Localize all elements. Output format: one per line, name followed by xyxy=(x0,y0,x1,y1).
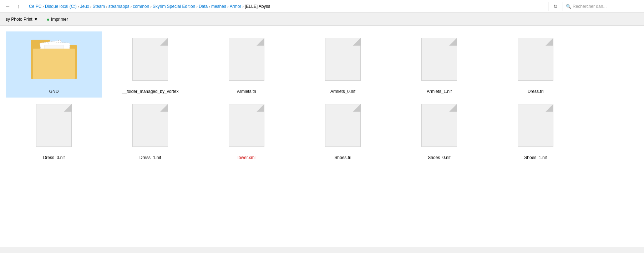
file-label: GND xyxy=(49,89,59,95)
file-icon-wrapper xyxy=(102,98,198,153)
breadcrumb-jeux[interactable]: Jeux xyxy=(80,4,89,9)
sep-5: › xyxy=(130,4,132,9)
dropdown-icon: ▼ xyxy=(34,17,38,22)
print-button[interactable]: ● Imprimer xyxy=(44,15,71,24)
file-item[interactable]: Dress_0.nif xyxy=(6,98,102,164)
file-icon-wrapper xyxy=(102,31,198,87)
file-item[interactable]: GND xyxy=(6,31,102,98)
breadcrumb-steam[interactable]: Steam xyxy=(92,4,105,9)
generic-file-icon xyxy=(421,104,457,147)
breadcrumb-common[interactable]: common xyxy=(133,4,149,9)
sep-8: › xyxy=(209,4,210,9)
sep-3: › xyxy=(90,4,92,9)
breadcrumb-meshes[interactable]: meshes xyxy=(211,4,226,9)
folder-icon xyxy=(31,40,77,79)
generic-file-icon xyxy=(421,38,457,81)
photo-print-label: sy Photo Print xyxy=(6,17,32,22)
file-icon-wrapper xyxy=(391,98,487,153)
generic-file-icon xyxy=(518,38,553,81)
breadcrumb-current: [ELLE] Abyss xyxy=(245,4,270,9)
file-label: Dress_0.nif xyxy=(43,155,65,161)
back-button[interactable]: ← xyxy=(3,1,13,11)
print-label: Imprimer xyxy=(51,17,68,22)
generic-file-icon xyxy=(325,104,361,147)
breadcrumb-data[interactable]: Data xyxy=(199,4,208,9)
printer-icon: ● xyxy=(47,16,50,22)
nav-buttons: ← ↑ xyxy=(3,1,24,11)
file-icon-wrapper xyxy=(198,98,295,153)
breadcrumb-bar: Ce PC › Disque local (C:) › Jeux › Steam… xyxy=(26,2,548,11)
file-item[interactable]: Dress.tri xyxy=(487,31,584,98)
file-label: lower.xml xyxy=(238,155,255,161)
file-item[interactable]: Armlets_1.nif xyxy=(391,31,487,98)
generic-file-icon xyxy=(518,104,553,147)
generic-file-icon xyxy=(325,38,361,81)
sep-2: › xyxy=(78,4,79,9)
generic-file-icon xyxy=(132,104,168,147)
breadcrumb-disque[interactable]: Disque local (C:) xyxy=(45,4,77,9)
file-item[interactable]: __folder_managed_by_vortex xyxy=(102,31,198,98)
sep-6: › xyxy=(150,4,152,9)
sep-7: › xyxy=(196,4,198,9)
folder-icon-wrapper xyxy=(6,31,102,87)
file-icon-wrapper xyxy=(198,31,295,87)
file-item[interactable]: Armlets.tri xyxy=(198,31,295,98)
generic-file-icon xyxy=(36,104,72,147)
file-label: Armlets.tri xyxy=(237,89,256,95)
file-icon-wrapper xyxy=(295,98,391,153)
file-icon-wrapper xyxy=(487,98,584,153)
file-icon-wrapper xyxy=(295,31,391,87)
file-label: Shoes_0.nif xyxy=(428,155,450,161)
file-icon-wrapper xyxy=(391,31,487,87)
generic-file-icon xyxy=(229,104,264,147)
sep-9: › xyxy=(227,4,229,9)
search-bar[interactable]: 🔍 Rechercher dan... xyxy=(563,2,641,11)
file-item[interactable]: lower.xml xyxy=(198,98,295,164)
file-label: Shoes_1.nif xyxy=(524,155,547,161)
file-label: Shoes.tri xyxy=(334,155,351,161)
breadcrumb-steamapps[interactable]: steamapps xyxy=(108,4,130,9)
file-label: Dress_1.nif xyxy=(140,155,161,161)
file-icon-wrapper xyxy=(6,98,102,153)
sep-10: › xyxy=(242,4,244,9)
file-item[interactable]: Shoes_0.nif xyxy=(391,98,487,164)
file-item[interactable]: Armlets_0.nif xyxy=(295,31,391,98)
file-label: Armlets_0.nif xyxy=(330,89,355,95)
generic-file-icon xyxy=(132,38,168,81)
address-bar: ← ↑ Ce PC › Disque local (C:) › Jeux › S… xyxy=(0,0,644,13)
breadcrumb-cepc[interactable]: Ce PC xyxy=(29,4,41,9)
file-label: __folder_managed_by_vortex xyxy=(122,89,179,95)
up-button[interactable]: ↑ xyxy=(14,1,24,11)
content-area: GND __folder_managed_by_vortex Armlets.t… xyxy=(0,26,644,247)
file-icon-wrapper xyxy=(487,31,584,87)
toolbar: sy Photo Print ▼ ● Imprimer xyxy=(0,13,644,26)
sep-1: › xyxy=(42,4,44,9)
file-item[interactable]: Shoes.tri xyxy=(295,98,391,164)
generic-file-icon xyxy=(229,38,264,81)
file-item[interactable]: Shoes_1.nif xyxy=(487,98,584,164)
breadcrumb-armor[interactable]: Armor xyxy=(230,4,242,9)
breadcrumb-skyrim[interactable]: Skyrim Special Edition xyxy=(153,4,195,9)
search-placeholder: Rechercher dan... xyxy=(573,4,607,9)
file-item[interactable]: Dress_1.nif xyxy=(102,98,198,164)
file-label: Armlets_1.nif xyxy=(427,89,452,95)
sep-4: › xyxy=(106,4,107,9)
refresh-button[interactable]: ↻ xyxy=(551,1,561,11)
photo-print-button[interactable]: sy Photo Print ▼ xyxy=(3,15,41,23)
search-icon: 🔍 xyxy=(566,4,571,9)
file-label: Dress.tri xyxy=(528,89,544,95)
